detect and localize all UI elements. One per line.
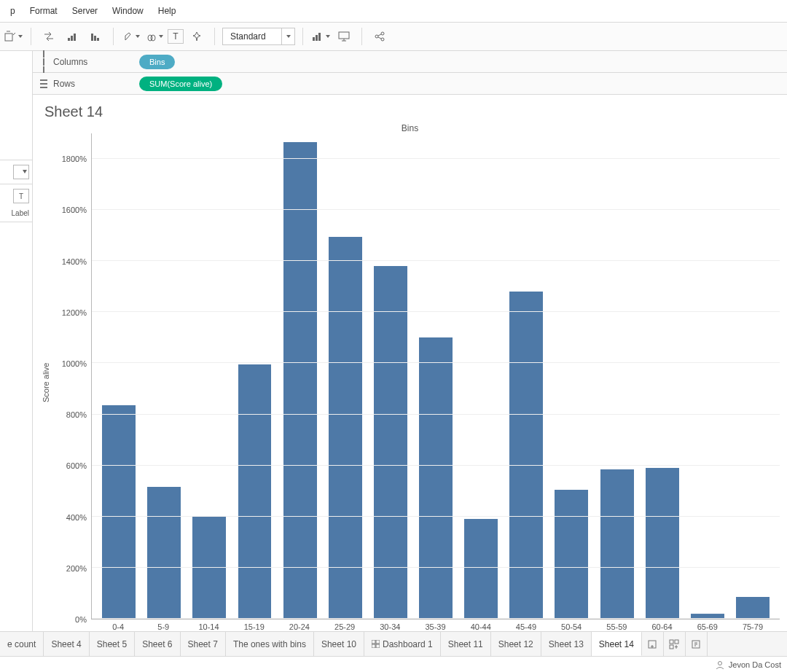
svg-rect-11 <box>313 37 315 41</box>
columns-shelf[interactable]: Columns Bins <box>33 51 787 73</box>
sheet-tab[interactable]: Sheet 11 <box>441 632 491 656</box>
svg-rect-6 <box>91 34 93 41</box>
sort-desc-button[interactable] <box>85 26 106 47</box>
svg-rect-8 <box>97 38 99 41</box>
menu-item[interactable]: p <box>4 3 21 19</box>
columns-pill[interactable]: Bins <box>139 55 175 69</box>
svg-rect-31 <box>670 645 673 649</box>
new-story-button[interactable] <box>686 632 708 656</box>
pin-button[interactable] <box>187 26 207 47</box>
svg-rect-5 <box>74 34 76 41</box>
menu-bar: p Format Server Window Help <box>0 0 787 22</box>
x-tick: 0-4 <box>95 622 141 631</box>
x-tick: 10-14 <box>186 622 231 631</box>
chart-axis-title-top: Bins <box>40 123 780 133</box>
share-button[interactable] <box>369 26 390 47</box>
bar[interactable] <box>646 468 679 619</box>
x-tick: 5-9 <box>141 622 186 631</box>
svg-point-19 <box>381 38 384 41</box>
svg-rect-23 <box>376 640 380 644</box>
chart-plot-area[interactable] <box>91 133 780 620</box>
menu-item-window[interactable]: Window <box>106 3 149 19</box>
highlight-button[interactable] <box>121 26 141 47</box>
bar[interactable] <box>329 237 362 619</box>
toolbar: T Standard <box>0 22 787 51</box>
y-axis-label: Score alive <box>40 133 52 631</box>
x-tick: 30-34 <box>367 622 412 631</box>
svg-point-35 <box>718 661 721 665</box>
show-me-button[interactable] <box>310 26 331 47</box>
sort-asc-button[interactable] <box>62 26 82 47</box>
label-card-text: Label <box>3 209 29 217</box>
menu-item-server[interactable]: Server <box>66 3 103 19</box>
x-axis-ticks: 0-45-910-1415-1920-2425-2930-3435-3940-4… <box>91 620 780 631</box>
new-worksheet-button[interactable] <box>642 632 664 656</box>
sheet-tab[interactable]: e count <box>0 632 44 656</box>
dashboard-icon <box>372 640 380 648</box>
sheet-tab[interactable]: Sheet 12 <box>491 632 541 656</box>
sheet-tab[interactable]: Sheet 7 <box>181 632 226 656</box>
swap-button[interactable] <box>39 26 59 47</box>
bar[interactable] <box>147 487 181 619</box>
columns-shelf-label: Columns <box>53 57 139 67</box>
bar[interactable] <box>102 405 136 619</box>
menu-item-help[interactable]: Help <box>152 3 182 19</box>
svg-rect-13 <box>318 33 321 41</box>
sheet-tab[interactable]: The ones with bins <box>226 632 314 656</box>
svg-rect-22 <box>372 640 375 644</box>
bar[interactable] <box>736 597 770 619</box>
bar[interactable] <box>374 266 407 619</box>
x-tick: 15-19 <box>232 622 277 631</box>
rows-shelf[interactable]: Rows SUM(Score alive) <box>33 73 787 95</box>
new-dashboard-button[interactable] <box>664 632 686 656</box>
bar[interactable] <box>600 469 634 619</box>
y-axis-ticks: 0%200%400%600%800%1000%1200%1400%1600%18… <box>52 133 91 620</box>
clear-sheet-button[interactable] <box>3 26 23 47</box>
bar[interactable] <box>555 490 588 619</box>
svg-rect-29 <box>670 640 673 644</box>
sheet-title[interactable]: Sheet 14 <box>44 103 780 120</box>
svg-line-2 <box>13 33 15 35</box>
bar[interactable] <box>283 142 317 619</box>
svg-point-10 <box>151 35 155 41</box>
svg-point-17 <box>375 35 378 38</box>
x-tick: 60-64 <box>639 622 684 631</box>
svg-rect-4 <box>71 36 73 41</box>
sheet-tab[interactable]: Sheet 10 <box>314 632 364 656</box>
bar[interactable] <box>464 519 498 619</box>
sheet-tab[interactable]: Sheet 4 <box>44 632 89 656</box>
bar[interactable] <box>419 337 453 619</box>
sheet-tabs: e countSheet 4Sheet 5Sheet 6Sheet 7The o… <box>0 631 787 656</box>
x-tick: 65-69 <box>685 622 730 631</box>
svg-rect-25 <box>376 644 380 648</box>
svg-rect-12 <box>316 35 318 41</box>
left-side-panel: T Label <box>0 51 33 631</box>
rows-pill[interactable]: SUM(Score alive) <box>139 77 222 91</box>
bar[interactable] <box>509 292 543 619</box>
x-tick: 25-29 <box>322 622 367 631</box>
svg-rect-30 <box>675 640 678 644</box>
bar[interactable] <box>238 364 272 619</box>
marks-dropdown[interactable] <box>13 165 29 179</box>
presentation-button[interactable] <box>334 26 354 47</box>
menu-item-format[interactable]: Format <box>24 3 63 19</box>
fit-dropdown-value: Standard <box>223 31 281 42</box>
x-tick: 40-44 <box>458 622 504 631</box>
sheet-tab[interactable]: Sheet 13 <box>541 632 592 656</box>
chevron-down-icon <box>281 28 294 44</box>
status-bar: Jevon Da Cost <box>0 656 787 672</box>
worksheet-view: Sheet 14 Bins Score alive 0%200%400%600%… <box>33 95 787 631</box>
fit-dropdown[interactable]: Standard <box>222 28 295 45</box>
sheet-tab[interactable]: Dashboard 1 <box>364 632 441 656</box>
sheet-tab[interactable]: Sheet 6 <box>135 632 180 656</box>
user-icon <box>716 660 724 669</box>
show-labels-button[interactable]: T <box>168 29 184 44</box>
sheet-tab[interactable]: Sheet 5 <box>90 632 135 656</box>
svg-line-20 <box>378 34 381 36</box>
svg-line-21 <box>378 37 381 39</box>
sheet-tab[interactable]: Sheet 14 <box>592 631 642 656</box>
label-card-button[interactable]: T <box>13 189 29 203</box>
group-button[interactable] <box>144 26 165 47</box>
svg-rect-0 <box>5 34 12 41</box>
x-tick: 75-79 <box>730 622 775 631</box>
